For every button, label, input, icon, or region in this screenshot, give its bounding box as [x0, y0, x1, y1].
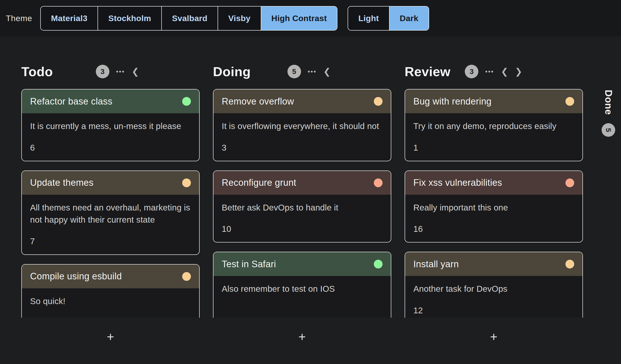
- card-description: Also remember to test on IOS: [222, 283, 382, 295]
- column-header: Todo3•••❮: [21, 62, 200, 81]
- mode-option-light[interactable]: Light: [348, 7, 389, 30]
- column-header: Doing5•••❮: [213, 62, 391, 81]
- card-body: Really important this one16: [405, 195, 582, 242]
- card-description: It is overflowing everywhere, it should …: [222, 120, 382, 132]
- card-description: Try it on any demo, reproduces easily: [413, 120, 574, 132]
- column-title: Done: [603, 90, 614, 115]
- theme-option-high-contrast[interactable]: High Contrast: [261, 7, 337, 30]
- card-list: Bug with renderingTry it on any demo, re…: [405, 89, 583, 318]
- card-title: Update themes: [30, 178, 94, 188]
- kanban-board: Todo3•••❮Refactor base classIt is curren…: [0, 36, 621, 347]
- card-test-in-safari[interactable]: Test in SafariAlso remember to test on I…: [213, 252, 391, 318]
- card-header: Bug with rendering: [405, 89, 582, 113]
- expand-right-icon[interactable]: ❯: [515, 67, 522, 76]
- card-number: 16: [413, 223, 574, 235]
- card-number: 12: [413, 304, 574, 317]
- status-dot-icon: [374, 179, 382, 187]
- card-compile-using-esbuild[interactable]: Compile using esbuildSo quick!: [21, 264, 200, 318]
- card-bug-with-rendering[interactable]: Bug with renderingTry it on any demo, re…: [405, 89, 583, 161]
- card-fix-xss-vulnerabilities[interactable]: Fix xss vulnerabilitiesReally important …: [405, 170, 583, 243]
- add-card-button[interactable]: +: [105, 330, 116, 343]
- card-update-themes[interactable]: Update themesAll themes need an overhaul…: [21, 170, 200, 255]
- card-refactor-base-class[interactable]: Refactor base classIt is currently a mes…: [21, 89, 200, 161]
- add-card-button[interactable]: +: [297, 330, 307, 343]
- card-reconfigure-grunt[interactable]: Reconfigure gruntBetter ask DevOps to ha…: [213, 170, 391, 243]
- card-header: Reconfigure grunt: [213, 171, 391, 195]
- add-card-button[interactable]: +: [489, 330, 499, 343]
- column-footer: +: [21, 326, 200, 347]
- column-done[interactable]: Done 5: [596, 62, 621, 137]
- status-dot-icon: [182, 97, 191, 106]
- column-controls: 3•••❮❯: [465, 65, 522, 78]
- card-number: 6: [30, 142, 191, 154]
- column-review: Review3•••❮❯Bug with renderingTry it on …: [405, 62, 583, 347]
- status-dot-icon: [182, 272, 191, 281]
- column-controls: 3•••❮: [96, 65, 139, 78]
- mode-selector: LightDark: [348, 6, 429, 31]
- card-description: It is currently a mess, un-mess it pleas…: [30, 120, 191, 132]
- card-header: Compile using esbuild: [22, 265, 199, 288]
- menu-icon[interactable]: •••: [308, 68, 317, 75]
- collapse-left-icon[interactable]: ❮: [132, 67, 139, 76]
- column-controls: 5•••❮: [287, 65, 331, 78]
- card-description: Really important this one: [413, 201, 574, 214]
- column-doing: Doing5•••❮Remove overflowIt is overflowi…: [213, 62, 391, 347]
- card-title: Compile using esbuild: [30, 271, 122, 281]
- theme-option-svalbard[interactable]: Svalbard: [161, 7, 218, 30]
- card-body: Also remember to test on IOS: [213, 276, 391, 318]
- status-dot-icon: [182, 179, 191, 187]
- column-title: Doing: [213, 64, 251, 79]
- column-title: Review: [405, 64, 450, 79]
- card-header: Fix xss vulnerabilities: [405, 171, 582, 195]
- card-list: Refactor base classIt is currently a mes…: [21, 89, 200, 318]
- collapse-left-icon[interactable]: ❮: [323, 67, 331, 76]
- card-title: Install yarn: [413, 259, 459, 269]
- card-title: Fix xss vulnerabilities: [413, 178, 502, 188]
- theme-option-stockholm[interactable]: Stockholm: [98, 7, 161, 30]
- column-header: Review3•••❮❯: [405, 62, 583, 81]
- menu-icon[interactable]: •••: [485, 68, 494, 75]
- card-body: Try it on any demo, reproduces easily1: [405, 113, 582, 161]
- card-header: Refactor base class: [22, 89, 199, 113]
- count-badge: 3: [465, 65, 478, 78]
- column-title: Todo: [21, 64, 53, 79]
- card-body: All themes need an overhaul, marketing i…: [22, 195, 199, 254]
- theme-option-visby[interactable]: Visby: [218, 7, 261, 30]
- card-remove-overflow[interactable]: Remove overflowIt is overflowing everywh…: [213, 89, 391, 161]
- menu-icon[interactable]: •••: [116, 68, 125, 75]
- card-install-yarn[interactable]: Install yarnAnother task for DevOps12: [405, 252, 583, 318]
- card-number: 10: [222, 223, 382, 235]
- card-number: 1: [413, 142, 574, 154]
- card-body: So quick!: [22, 288, 199, 318]
- mode-option-dark[interactable]: Dark: [389, 7, 429, 30]
- count-badge-value: 5: [604, 128, 613, 132]
- column-todo: Todo3•••❮Refactor base classIt is curren…: [21, 62, 200, 347]
- card-number: 7: [30, 235, 191, 248]
- card-number: 3: [222, 142, 382, 154]
- card-body: It is overflowing everywhere, it should …: [213, 113, 391, 161]
- status-dot-icon: [566, 179, 574, 187]
- theme-selector: Material3StockholmSvalbardVisbyHigh Cont…: [40, 6, 337, 31]
- theme-option-material3[interactable]: Material3: [41, 7, 98, 30]
- card-title: Bug with rendering: [413, 96, 491, 107]
- status-dot-icon: [566, 260, 574, 268]
- card-title: Reconfigure grunt: [222, 178, 296, 188]
- card-description: All themes need an overhaul, marketing i…: [30, 201, 191, 226]
- column-footer: +: [213, 326, 391, 347]
- count-badge: 5: [602, 123, 615, 137]
- count-badge: 5: [287, 65, 301, 78]
- theme-label: Theme: [6, 14, 32, 23]
- status-dot-icon: [566, 97, 574, 106]
- card-description: Better ask DevOps to handle it: [222, 201, 382, 214]
- card-body: Better ask DevOps to handle it10: [213, 195, 391, 242]
- column-footer: +: [405, 326, 583, 347]
- status-dot-icon: [374, 260, 382, 268]
- theme-toolbar: Theme Material3StockholmSvalbardVisbyHig…: [0, 0, 621, 36]
- count-badge: 3: [96, 65, 109, 78]
- card-description: So quick!: [30, 295, 191, 308]
- card-list: Remove overflowIt is overflowing everywh…: [213, 89, 391, 318]
- collapse-left-icon[interactable]: ❮: [501, 67, 508, 76]
- card-body: It is currently a mess, un-mess it pleas…: [22, 113, 199, 161]
- card-header: Remove overflow: [213, 89, 391, 113]
- card-title: Test in Safari: [222, 259, 276, 269]
